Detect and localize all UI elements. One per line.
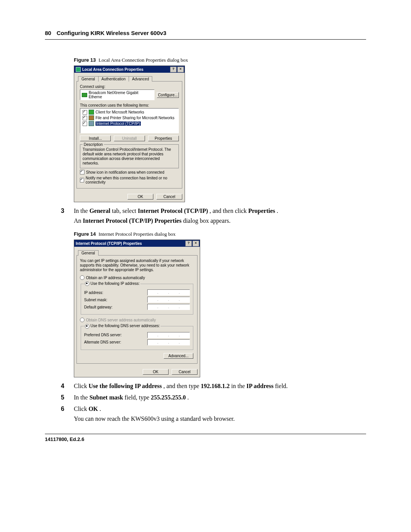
tab-authentication[interactable]: Authentication [98,76,129,81]
uninstall-button: Uninstall [114,136,145,141]
lac-title: Local Area Connection Properties [82,67,169,72]
header-rule [45,39,366,40]
radio-auto-dns: Obtain DNS server address automatically [80,318,194,322]
list-item-selected[interactable]: Internet Protocol (TCP/IP) [82,121,177,126]
step3-followup: An Internet Protocol (TCP/IP) Properties… [74,217,366,224]
list-item[interactable]: Client for Microsoft Networks [82,109,177,115]
step-5: 5 In the Subnet mask field, type 255.255… [74,394,366,401]
alt-dns-label: Alternate DNS server: [84,340,147,344]
cancel-button[interactable]: Cancel [172,369,198,375]
lac-properties-dialog: Local Area Connection Properties ? × Gen… [74,66,185,202]
tcpip-properties-dialog: Internet Protocol (TCP/IP) Properties ? … [74,240,200,377]
items-list[interactable]: Client for Microsoft Networks File and P… [80,108,179,133]
figure14-caption: Figure 14 Internet Protocol Properties d… [74,231,366,237]
help-button[interactable]: ? [185,241,192,246]
alt-dns-input[interactable]: ... [147,339,190,345]
advanced-button[interactable]: Advanced... [164,353,193,359]
chapter-title: Configuring KIRK Wireless Server 600v3 [57,30,166,36]
step-6: 6 Click OK . [74,406,366,412]
step6-followup: You can now reach the KWS600v3 using a s… [74,415,366,422]
close-button[interactable]: × [177,67,184,72]
items-label: This connection uses the following items… [80,103,179,107]
lac-titlebar[interactable]: Local Area Connection Properties ? × [74,66,185,73]
share-icon [89,115,94,120]
ok-button[interactable]: OK [127,194,153,200]
net-icon [76,67,81,72]
properties-button[interactable]: Properties [148,136,179,141]
show-icon-row[interactable]: Show icon in notification area when conn… [80,170,179,174]
ip-address-input[interactable]: ... [147,289,190,296]
radio-icon [80,318,84,322]
gateway-input[interactable]: ... [147,304,190,310]
tcp-icon [89,121,94,126]
use-dns-label[interactable]: Use the following DNS server addresses: [91,324,160,328]
configure-button[interactable]: Configure... [157,92,179,98]
checkbox-icon[interactable] [83,121,87,126]
cancel-button[interactable]: Cancel [156,194,182,200]
ip-intro: You can get IP settings assigned automat… [80,259,194,272]
radio-auto-ip[interactable]: Obtain an IP address automatically [80,275,194,280]
page-number: 80 [45,30,51,36]
adapter-name: Broadcom NetXtreme Gigabit Etherne [89,91,153,99]
adapter-field[interactable]: Broadcom NetXtreme Gigabit Etherne [80,89,155,100]
checkbox-icon[interactable] [80,170,84,174]
close-button[interactable]: × [193,241,199,246]
step-4: 4 Click Use the following IP address , a… [74,383,366,390]
ok-button[interactable]: OK [143,369,169,375]
subnet-input[interactable]: ... [147,297,190,303]
notify-row[interactable]: Notify me when this connection has limit… [80,176,179,184]
install-button[interactable]: Install... [80,136,111,141]
checkbox-icon[interactable] [83,116,87,120]
adapter-icon [82,93,87,97]
connect-using-label: Connect using: [80,85,179,89]
tab-advanced[interactable]: Advanced [129,76,152,81]
checkbox-icon[interactable] [80,178,84,182]
step-3: 3 In the General tab, select Internet Pr… [74,208,366,214]
checkbox-icon[interactable] [83,110,87,115]
gateway-label: Default gateway: [84,305,147,309]
tcpip-title: Internet Protocol (TCP/IP) Properties [76,241,185,246]
subnet-label: Subnet mask: [84,298,147,302]
figure13-caption: Figure 13 Local Area Connection Properti… [74,57,366,63]
tab-general[interactable]: General [78,250,99,256]
footer-id: 14117800, Ed.2.6 [45,436,366,442]
use-dns-group: Use the following DNS server addresses: … [81,324,193,350]
radio-icon[interactable] [85,281,89,286]
radio-icon[interactable] [85,324,89,329]
use-ip-label[interactable]: Use the following IP address: [91,281,140,286]
pref-dns-label: Preferred DNS server: [84,333,147,337]
ip-address-label: IP address: [84,291,147,295]
description-text: Transmission Control Protocol/Internet P… [83,147,176,166]
client-icon [89,110,94,115]
footer-rule [45,434,366,434]
use-ip-group: Use the following IP address: IP address… [81,281,193,315]
description-legend: Description [83,142,104,147]
pref-dns-input[interactable]: ... [147,332,190,338]
tab-general[interactable]: General [78,76,99,81]
radio-icon[interactable] [80,275,84,280]
list-item[interactable]: File and Printer Sharing for Microsoft N… [82,115,177,121]
tcpip-titlebar[interactable]: Internet Protocol (TCP/IP) Properties ? … [74,240,200,247]
help-button[interactable]: ? [170,67,177,72]
